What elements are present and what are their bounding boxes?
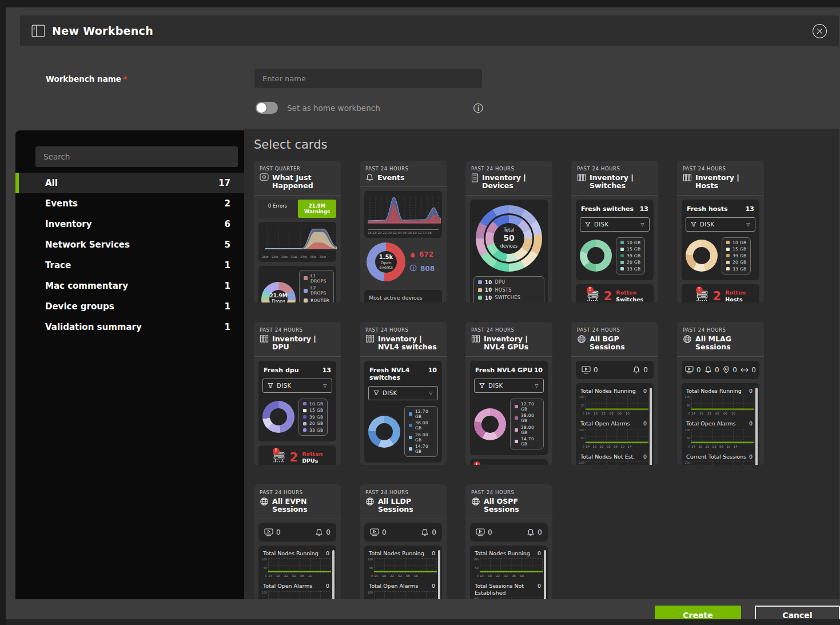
chevron-down-icon: ▽ [429,391,433,396]
fresh-panel: Fresh NVL4 switches10 DISK ▽ 12.70 GB 38… [364,361,442,463]
card-grid: PAST QUARTER What Just Happened 0 Errors… [254,161,764,599]
rack-alert-icon: ! [586,290,600,302]
disk-filter-dropdown[interactable]: DISK ▽ [686,217,755,232]
card-all-lldp-sessions[interactable]: PAST 24 HOURS All LLDP Sessions 0 0 Tota… [360,484,447,599]
disk-filter-dropdown[interactable]: DISK ▽ [474,379,544,393]
workbench-name-input[interactable] [254,69,482,88]
card-inventory-nvl4-gpus[interactable]: PAST 24 HOURS Inventory | NVL4 GPUs Fres… [465,322,552,465]
session-charts: Total Nodes Running0 10050014 18 22 02 0… [682,383,759,465]
sidebar-item-events[interactable]: Events2 [15,193,244,214]
disk-legend: 10 GB 15 GB 39 GB 20 GB 33 GB [298,399,328,436]
alarms-stat: 0 [421,528,436,536]
warnings-area-chart: 26w 28w 30w 32w 34w 36w 38w [258,222,336,262]
card-period: PAST 24 HOURS [683,327,758,333]
card-period: PAST 24 HOURS [683,166,758,172]
scrollbar[interactable] [438,550,440,599]
disk-legend: 12.70 GB 38.00 GB 28.00 GB 14.70 GB [510,399,544,450]
search-input[interactable] [35,146,238,167]
chevron-down-icon: ▽ [640,222,644,227]
scrollbar[interactable] [755,388,758,465]
nodes-stat: 0 [476,528,492,536]
disk-filter-dropdown[interactable]: DISK ▽ [580,217,650,232]
cards-panel: Select cards PAST QUARTER What Just Happ… [244,129,839,599]
card-inventory-dpu[interactable]: PAST 24 HOURS Inventory | DPU Fresh dpu1… [254,322,341,465]
disk-filter-dropdown[interactable]: DISK ▽ [368,386,438,400]
card-all-mlag-sessions[interactable]: PAST 24 HOURS All MLAG Sessions 0 0 0 0 … [677,322,764,465]
rack-alert-icon: ! [272,451,286,464]
critical-events-stat: 672 [410,250,435,258]
workbench-icon [31,25,45,37]
scrollbar[interactable] [650,388,652,465]
sidebar-item-all[interactable]: All17 [15,173,244,193]
drops-legend: L1 DROPS L2 DROPS ROUTER TUNNEL BUFFER A… [299,270,334,302]
funnel-icon [373,390,379,396]
info-icon: ⓘ [410,264,417,273]
card-title: All BGP Sessions [590,335,652,352]
card-title: All OSPF Sessions [484,497,547,514]
fresh-panel: Fresh hosts13 DISK ▽ 10 GB 15 GB 39 GB [682,200,759,280]
card-all-evpn-sessions[interactable]: PAST 24 HOURS All EVPN Sessions 0 0 Tota… [254,484,341,599]
bell-icon [365,173,374,182]
card-what-just-happened[interactable]: PAST QUARTER What Just Happened 0 Errors… [254,161,341,302]
tab-warnings[interactable]: 21.9M Warnings [298,200,336,218]
card-all-bgp-sessions[interactable]: PAST 24 HOURS All BGP Sessions 0 0 Total… [571,322,658,465]
sidebar-item-network-services[interactable]: Network Services5 [15,234,244,255]
nodes-stat: 0 [370,528,387,536]
category-list: All17 Events2 Inventory6 Network Service… [15,173,244,337]
session-charts: Total Nodes Running0 10050014 18 22 02 0… [364,546,442,599]
sidebar-item-mac-commentary[interactable]: Mac commentary1 [15,276,244,296]
nodes-stat: 0 [264,528,281,536]
card-period: PAST 24 HOURS [260,327,335,333]
devices-donut: Total 50 devices [476,205,542,272]
card-period: PAST 24 HOURS [260,489,335,495]
card-all-ospf-sessions[interactable]: PAST 24 HOURS All OSPF Sessions 0 0 Tota… [465,484,552,599]
card-inventory-hosts[interactable]: PAST 24 HOURS Inventory | Hosts Fresh ho… [677,161,764,302]
card-title: Inventory | Devices [482,174,547,190]
card-title: Inventory | NVL4 GPUs [484,335,547,352]
close-icon[interactable] [811,23,827,39]
badge-stat: 0 [723,366,737,374]
card-period: PAST 24 HOURS [365,327,441,333]
rotten-panel: ! 2 RottenHosts View [682,284,759,302]
disk-donut [368,416,400,448]
sidebar-item-inventory[interactable]: Inventory6 [15,214,244,234]
card-title: All LLDP Sessions [378,497,441,514]
tab-errors[interactable]: 0 Errors [258,200,297,218]
card-period: PAST 24 HOURS [577,327,652,333]
rotten-count: 2 [290,451,298,464]
card-inventory-nvl4-switches[interactable]: PAST 24 HOURS Inventory | NVL4 switches … [360,322,447,465]
session-charts: Total Nodes Running0 10050014 18 22 02 0… [576,383,654,465]
devices-donut-chart: Total 50 devices 10DPU 10HOSTS 10SWITCHE… [470,200,548,302]
drops-donut: 21.9MDrops [261,282,296,303]
globe-icon [471,497,480,506]
globe-icon [683,335,692,344]
workbench-name-label: Workbench name* [46,74,127,83]
disk-filter-dropdown[interactable]: DISK ▽ [262,379,332,393]
card-inventory-switches[interactable]: PAST 24 HOURS Inventory | Switches Fresh… [571,161,658,302]
home-workbench-toggle[interactable] [256,102,278,114]
alarms-stat: 0 [632,366,648,374]
required-asterisk: * [123,74,127,83]
toggle-label: Set as home workbench [287,103,380,113]
card-period: PAST 24 HOURS [471,327,547,333]
card-period: PAST 24 HOURS [471,489,547,495]
info-icon[interactable]: ⓘ [473,103,483,113]
funnel-icon [691,221,696,227]
dialog-title: New Workbench [52,25,153,37]
card-events[interactable]: PAST 24 HOURS Events 16 18 20 22 00 02 0… [360,161,447,302]
card-title: What Just Happened [272,174,335,190]
sidebar-item-trace[interactable]: Trace1 [15,255,244,276]
card-title: Inventory | Switches [590,174,652,190]
arrows-stat: 0 [741,366,756,374]
sidebar-item-device-groups[interactable]: Device groups1 [15,296,244,317]
session-stats: 0 0 [470,523,548,542]
scrollbar[interactable] [332,550,335,599]
scrollbar[interactable] [544,550,546,599]
card-inventory-devices[interactable]: PAST 24 HOURS Inventory | Devices Total … [465,161,552,302]
disk-donut [580,240,612,272]
sidebar-item-validation-summary[interactable]: Validation summary1 [15,317,244,337]
nodes-stat: 0 [685,366,701,374]
inventory-icon [471,335,480,343]
card-period: PAST 24 HOURS [471,166,547,172]
most-active-devices: Most active devices All ⓘ 1463 [364,290,442,302]
